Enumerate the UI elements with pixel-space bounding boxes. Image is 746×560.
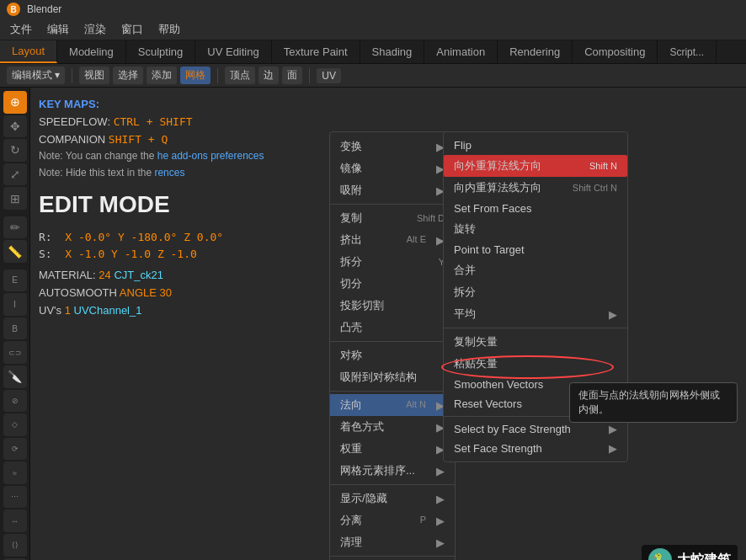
separator-3 xyxy=(309,68,310,83)
ctx-recalc-outside[interactable]: 向外重算法线方向Shift N xyxy=(444,155,627,177)
tool-move[interactable]: ✥ xyxy=(3,115,27,138)
tab-rendering[interactable]: Rendering xyxy=(498,40,573,63)
ctx-separate[interactable]: 分离P▶ xyxy=(330,509,455,531)
tab-shading[interactable]: Shading xyxy=(360,40,425,63)
sep-5 xyxy=(330,556,455,557)
tool-bevel[interactable]: B xyxy=(3,317,27,340)
mesh-context-menu[interactable]: 变换▶ 镜像▶ 吸附▶ 复制Shift D 挤出Alt E▶ 拆分Y 切分 投 xyxy=(329,131,456,560)
keymaps-label: KEY MAPS: xyxy=(39,96,264,114)
ctx-copy-vector[interactable]: 复制矢量 xyxy=(444,331,627,353)
ctx-rotate[interactable]: 旋转 xyxy=(444,218,627,240)
ctx-bisect[interactable]: 切分 xyxy=(330,273,455,295)
note1: Note: You can change the he add-ons pref… xyxy=(39,148,264,164)
overlay-text: KEY MAPS: SPEEDFLOW: CTRL + SHIFT COMPAN… xyxy=(39,96,264,320)
view-btn[interactable]: 视图 xyxy=(79,67,109,84)
separator-2 xyxy=(217,68,218,83)
ctx-normals[interactable]: 法向Alt N▶ xyxy=(330,394,455,416)
tool-inset[interactable]: I xyxy=(3,293,27,316)
viewport[interactable]: KEY MAPS: SPEEDFLOW: CTRL + SHIFT COMPAN… xyxy=(30,88,746,560)
tool-extrude[interactable]: E xyxy=(3,269,27,292)
tool-bisect[interactable]: ⊘ xyxy=(3,390,27,413)
ctx-cleanup[interactable]: 清理▶ xyxy=(330,531,455,553)
ctx-transform[interactable]: 变换▶ xyxy=(330,136,455,157)
select-btn[interactable]: 选择 xyxy=(113,67,143,84)
add-btn[interactable]: 添加 xyxy=(147,67,177,84)
ctx-split[interactable]: 拆分Y xyxy=(330,251,455,273)
ctx-snap[interactable]: 吸附▶ xyxy=(330,179,455,201)
sep-4 xyxy=(330,484,455,485)
mesh-btn[interactable]: 网格 xyxy=(180,67,210,84)
ctx-snap-sym[interactable]: 吸附到对称结构 xyxy=(330,366,455,388)
tab-modeling[interactable]: Modeling xyxy=(57,40,126,63)
ctx-split2[interactable]: 拆分 xyxy=(444,281,627,303)
menu-render[interactable]: 渲染 xyxy=(77,20,113,39)
ctx-recalc-inside[interactable]: 向内重算法线方向Shift Ctrl N xyxy=(444,177,627,199)
ctx-point-to-target[interactable]: Point to Target xyxy=(444,240,627,259)
tool-randomize[interactable]: ⋯ xyxy=(3,486,27,509)
tooltip: 使面与点的法线朝向网格外侧或内侧。 xyxy=(569,382,738,423)
ctx-symmetrize[interactable]: 对称 xyxy=(330,344,455,366)
tab-sculpting[interactable]: Sculpting xyxy=(126,40,195,63)
tab-uv-editing[interactable]: UV Editing xyxy=(195,40,271,63)
app-icon: B xyxy=(7,3,20,16)
ctx-average[interactable]: 平均▶ xyxy=(444,303,627,325)
ctx-knife-project[interactable]: 投影切割 xyxy=(330,295,455,317)
tool-edge-slide[interactable]: ↔ xyxy=(3,509,27,532)
menu-bar: 文件 编辑 渲染 窗口 帮助 xyxy=(0,19,746,40)
title-bar-title: Blender xyxy=(27,3,61,15)
vertex-btn[interactable]: 顶点 xyxy=(225,67,255,84)
autosmooth-line: AUTOSMOOTH ANGLE 30 xyxy=(39,285,264,302)
tab-animation[interactable]: Animation xyxy=(424,40,498,63)
watermark-icon: 🐍 xyxy=(648,548,672,560)
tab-bar: Layout Modeling Sculpting UV Editing Tex… xyxy=(0,40,746,64)
menu-file[interactable]: 文件 xyxy=(3,20,39,39)
tool-smooth[interactable]: ≈ xyxy=(3,461,27,484)
tool-shrink[interactable]: ⟨⟩ xyxy=(3,534,27,557)
menu-window[interactable]: 窗口 xyxy=(115,20,150,39)
tool-cursor[interactable]: ⊕ xyxy=(3,91,27,114)
watermark: 🐍 大蛇建筑 xyxy=(642,545,738,560)
menu-help[interactable]: 帮助 xyxy=(152,20,187,39)
uv-btn[interactable]: UV xyxy=(317,68,341,83)
separator-1 xyxy=(72,68,72,83)
menu-edit[interactable]: 编辑 xyxy=(40,20,76,39)
sep-1 xyxy=(330,204,455,205)
ctx-shading[interactable]: 着色方式▶ xyxy=(330,416,455,438)
ctx-merge[interactable]: 合并 xyxy=(444,259,627,281)
ctx-set-from-faces[interactable]: Set From Faces xyxy=(444,199,627,218)
ctx-sort[interactable]: 网格元素排序...▶ xyxy=(330,460,455,482)
tool-transform[interactable]: ⊞ xyxy=(3,187,27,210)
tool-scale[interactable]: ⤢ xyxy=(3,163,27,186)
sep-2 xyxy=(330,341,455,342)
ctx-show-hide[interactable]: 显示/隐藏▶ xyxy=(330,488,455,509)
sep-n1 xyxy=(444,328,627,328)
note2: Note: Hide this text in the rences xyxy=(39,165,264,181)
face-btn[interactable]: 面 xyxy=(282,67,302,84)
speedflow-line: SPEEDFLOW: CTRL + SHIFT xyxy=(39,114,264,131)
tool-annotate[interactable]: ✏ xyxy=(3,216,27,239)
tool-rotate[interactable]: ↻ xyxy=(3,139,27,162)
tool-loop-cut[interactable]: ⊂⊃ xyxy=(3,341,27,364)
mode-dropdown[interactable]: 编辑模式 ▾ xyxy=(7,67,65,84)
tab-compositing[interactable]: Compositing xyxy=(573,40,658,63)
watermark-text: 大蛇建筑 xyxy=(677,552,731,561)
tab-scripting[interactable]: Script... xyxy=(658,40,717,63)
ctx-flip[interactable]: Flip xyxy=(444,136,627,155)
ctx-duplicate[interactable]: 复制Shift D xyxy=(330,207,455,229)
material-line: MATERIAL: 24 CJT_ck21 xyxy=(39,267,264,285)
tool-knife[interactable]: 🔪 xyxy=(3,365,27,388)
tool-measure[interactable]: 📏 xyxy=(3,240,27,263)
tool-poly-build[interactable]: ◇ xyxy=(3,413,27,436)
tab-layout[interactable]: Layout xyxy=(0,40,57,63)
ctx-weights[interactable]: 权重▶ xyxy=(330,438,455,460)
edit-mode-title: EDIT MODE xyxy=(39,186,264,224)
edge-btn[interactable]: 边 xyxy=(258,67,279,84)
tool-spin[interactable]: ⟳ xyxy=(3,438,27,461)
title-bar: B Blender xyxy=(0,0,746,19)
ctx-mirror[interactable]: 镜像▶ xyxy=(330,157,455,179)
ctx-set-face-strength[interactable]: Set Face Strength▶ xyxy=(444,439,627,458)
ctx-convex-hull[interactable]: 凸壳 xyxy=(330,317,455,339)
tab-texture-paint[interactable]: Texture Paint xyxy=(272,40,360,63)
ctx-paste-vector[interactable]: 粘贴矢量 xyxy=(444,353,627,375)
ctx-extrude[interactable]: 挤出Alt E▶ xyxy=(330,229,455,251)
